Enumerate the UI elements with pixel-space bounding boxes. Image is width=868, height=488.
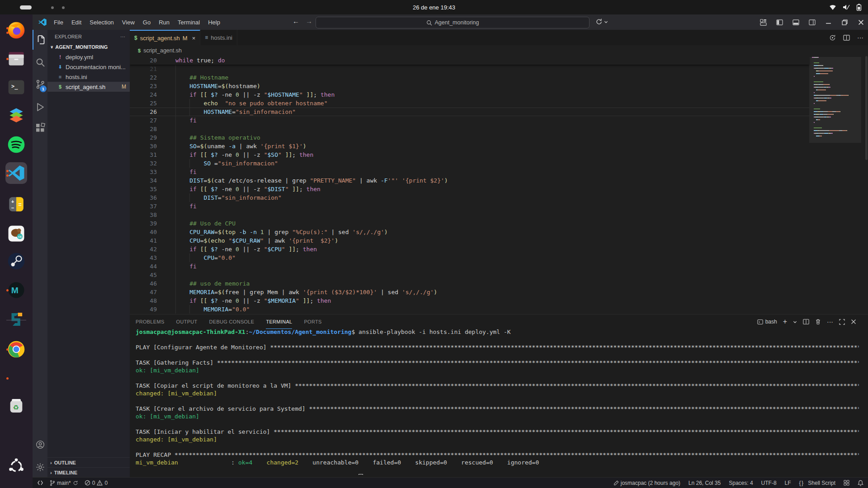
vscode-logo-icon	[38, 18, 47, 27]
dock-item-spotify[interactable]	[5, 134, 27, 155]
code-line-29: 29## Sistema operativo	[130, 133, 809, 142]
panel-tab-output[interactable]: OUTPUT	[176, 314, 198, 329]
kill-terminal-icon[interactable]	[815, 319, 821, 325]
tab-hosts-ini[interactable]: ≡hosts.ini	[200, 30, 237, 45]
code-editor[interactable]: 20while true; do 2122## Hostname23HOSTNA…	[130, 56, 868, 314]
minimap[interactable]	[809, 57, 861, 313]
toggle-secondary-sidebar-icon[interactable]	[808, 19, 816, 26]
dock-item-files[interactable]	[5, 48, 27, 70]
restore-button[interactable]	[841, 19, 848, 26]
indentation-setting[interactable]: Spaces: 4	[729, 478, 753, 488]
terminal-dropdown-icon[interactable]	[793, 320, 797, 324]
explorer-more-actions[interactable]: ···	[120, 34, 125, 39]
terminal-icon	[757, 319, 763, 325]
os-top-bar: 26 de ene 19:43	[0, 0, 868, 14]
dock-item-show-apps[interactable]	[5, 455, 27, 477]
git-branch-status[interactable]: main*	[50, 478, 78, 488]
toggle-panel-icon[interactable]	[792, 19, 799, 26]
panel-tab-ports[interactable]: PORTS	[304, 314, 321, 329]
activitybar-source-control[interactable]: 1	[33, 74, 47, 94]
shell-selector[interactable]: bash	[757, 319, 777, 325]
dock-item-terminal-app[interactable]: >_	[5, 76, 27, 98]
close-window-button[interactable]	[857, 19, 864, 26]
dock-item-calculator[interactable]: +−=	[5, 193, 27, 215]
minimize-button[interactable]	[825, 19, 832, 26]
terminal-line: TASK [Gathering Facts] *****************…	[136, 359, 859, 366]
project-folder-row[interactable]: ∨ AGENT_MONITORING	[47, 42, 130, 52]
menu-edit[interactable]: Edit	[67, 17, 85, 28]
menu-go[interactable]: Go	[139, 17, 155, 28]
menu-help[interactable]: Help	[204, 17, 224, 28]
more-actions-icon[interactable]: ···	[857, 34, 863, 41]
file-row-documentacion-moni-[interactable]: ⬇Documentacion moni...	[47, 62, 130, 72]
activitybar-settings[interactable]	[33, 457, 47, 477]
open-changes-icon[interactable]	[829, 34, 836, 41]
panel-tab-problems[interactable]: PROBLEMS	[136, 314, 165, 329]
tab-script-agent-sh[interactable]: $script_agent.shM×	[130, 30, 200, 45]
dock-item-steam[interactable]	[5, 250, 27, 272]
language-mode[interactable]: { } Shell Script	[799, 478, 835, 488]
split-editor-icon[interactable]	[843, 34, 850, 41]
nav-forward-button[interactable]: →	[306, 17, 312, 25]
close-panel-icon[interactable]	[851, 319, 856, 324]
terminal-output[interactable]: josmacpac@josmacpac-ThinkPad-X1:~/Docume…	[136, 328, 859, 475]
file-row-script-agent-sh[interactable]: $script_agent.shM	[47, 82, 130, 92]
toggle-sidebar-icon[interactable]	[776, 19, 783, 26]
clock[interactable]: 26 de ene 19:43	[0, 0, 868, 14]
code-line-42: 42if [[ $? -ne 0 || -z "$CPU" ]]; then	[130, 245, 809, 253]
dock-item-firefox[interactable]	[5, 19, 27, 41]
activitybar-run-debug[interactable]	[33, 97, 47, 117]
command-center-search[interactable]: Agent_monitoring	[316, 17, 590, 28]
running-dot	[6, 174, 9, 177]
sticky-scroll-line: 20while true; do	[130, 56, 809, 65]
eol-setting[interactable]: LF	[785, 478, 791, 488]
sync-dropdown-button[interactable]	[595, 18, 608, 25]
dock-item-vscode[interactable]	[5, 162, 27, 184]
split-terminal-icon[interactable]	[803, 319, 809, 325]
dock-item-m-logo-app[interactable]: M	[5, 279, 27, 301]
panel-tab-terminal[interactable]: TERMINAL	[266, 314, 292, 329]
problems-status[interactable]: 0 0	[85, 478, 108, 488]
timeline-section[interactable]: › TIMELINE	[47, 467, 130, 477]
feedback-icon[interactable]	[844, 478, 849, 488]
outline-section[interactable]: › OUTLINE	[47, 457, 130, 467]
remote-indicator[interactable]	[37, 478, 43, 488]
breadcrumb[interactable]: $ script_agent.sh	[130, 45, 868, 56]
activitybar-search[interactable]	[33, 52, 47, 72]
file-type-icon: $	[57, 84, 63, 89]
git-blame-info[interactable]: josmacpac (2 hours ago)	[613, 478, 680, 488]
activitybar-accounts[interactable]	[33, 435, 47, 455]
dock-item-vs-logo-app[interactable]	[5, 309, 27, 330]
menu-view[interactable]: View	[118, 17, 139, 28]
code-line-26: 26HOSTNAME="sin_informacion"	[130, 108, 809, 116]
dock-item-chrome[interactable]	[5, 338, 27, 360]
menu-terminal[interactable]: Terminal	[174, 17, 204, 28]
panel-more-actions-icon[interactable]: ···	[827, 318, 833, 325]
file-row-hosts-ini[interactable]: ≡hosts.ini	[47, 72, 130, 82]
nav-back-button[interactable]: ←	[292, 17, 299, 25]
customize-layout-icon[interactable]	[760, 19, 767, 26]
terminal-line: TASK [Copiar el script de monitoreo a la…	[136, 382, 859, 389]
system-tray[interactable]	[829, 0, 864, 14]
dock-item-trash[interactable]: ♻	[5, 395, 27, 417]
close-tab-icon[interactable]: ×	[192, 35, 196, 42]
menu-run[interactable]: Run	[155, 17, 174, 28]
dock-item-vs-logo-app-2[interactable]	[5, 367, 27, 389]
maximize-panel-icon[interactable]	[839, 319, 845, 325]
notifications-bell-icon[interactable]	[858, 478, 863, 488]
activitybar-explorer[interactable]	[33, 30, 48, 50]
menu-file[interactable]: File	[50, 17, 67, 28]
svg-text:>_: >_	[11, 83, 18, 90]
dock-item-layers-app[interactable]	[5, 105, 27, 127]
panel-tab-debug-console[interactable]: DEBUG CONSOLE	[209, 314, 255, 329]
new-terminal-icon[interactable]: +	[783, 318, 787, 326]
tab-label: script_agent.sh	[140, 35, 180, 42]
search-icon	[426, 20, 432, 26]
file-row-deploy-yml[interactable]: !deploy.yml	[47, 52, 130, 62]
editor-scrollbar[interactable]	[865, 56, 868, 160]
dock-item-dbeaver[interactable]: CE	[5, 223, 27, 244]
encoding-setting[interactable]: UTF-8	[761, 478, 777, 488]
activitybar-extensions[interactable]	[33, 118, 47, 138]
menu-selection[interactable]: Selection	[85, 17, 118, 28]
cursor-position[interactable]: Ln 26, Col 35	[689, 478, 721, 488]
